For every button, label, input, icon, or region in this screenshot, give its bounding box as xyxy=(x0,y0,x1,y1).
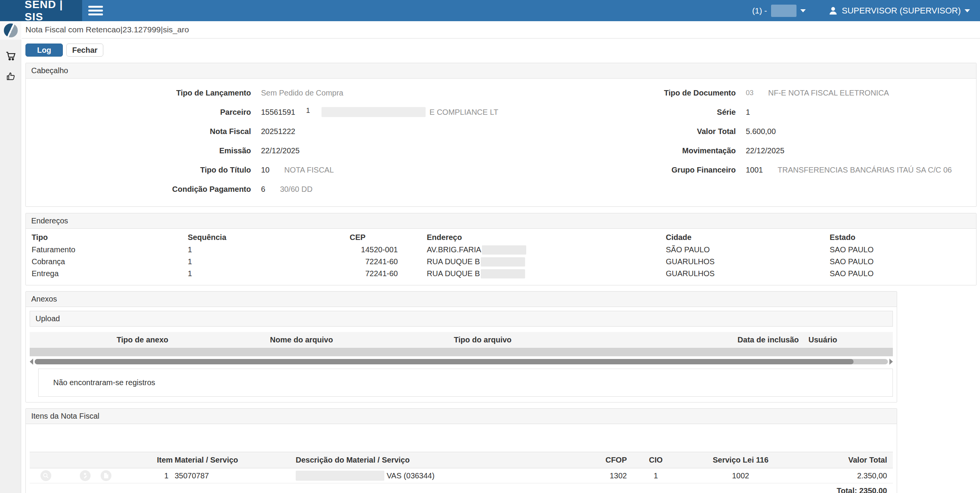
anexos-empty-message: Não encontraram-se registros xyxy=(38,369,893,397)
item-actions xyxy=(30,470,157,481)
field-label: Valor Total xyxy=(501,127,746,136)
field-tipo-documento: Tipo de Documento 03 NF-E NOTA FISCAL EL… xyxy=(501,83,977,102)
cell-sequencia: 1 xyxy=(188,269,344,278)
tax-rule-button[interactable] xyxy=(80,470,91,481)
field-condicao-pagamento: Condição Pagamento 6 30/60 DD xyxy=(26,179,501,199)
field-grupo-financeiro: Grupo Financeiro 1001 TRANSFERENCIAS BAN… xyxy=(501,160,977,179)
redacted-descricao xyxy=(296,471,384,481)
cell-endereco-text: RUA DUQUE B xyxy=(427,269,480,278)
cell-cidade: GUARULHOS xyxy=(637,257,801,266)
user-menu[interactable]: SUPERVISOR (SUPERVISOR) xyxy=(828,6,970,16)
cell-endereco: AV.BRIG.FARIA xyxy=(398,245,637,255)
cell-tipo: Cobrança xyxy=(26,257,188,266)
cell-descricao-suffix: VAS (036344) xyxy=(387,471,434,480)
cell-endereco-text: RUA DUQUE B xyxy=(427,257,480,266)
env-caret-down-icon[interactable] xyxy=(800,9,806,12)
field-label: Emissão xyxy=(26,146,261,155)
field-value-muted: TRANSFERENCIAS BANCÁRIAS ITAÚ SA C/C 06 xyxy=(778,166,952,174)
sidebar-item-approve[interactable] xyxy=(0,71,21,81)
cart-icon xyxy=(5,50,16,61)
anexos-table: Tipo de anexo Nome do arquivo Tipo do ar… xyxy=(30,332,893,397)
col-header-cio: CIO xyxy=(627,456,685,464)
col-header-material: Material / Serviço xyxy=(168,456,296,464)
field-label: Nota Fiscal xyxy=(26,127,261,136)
field-value-muted: NOTA FISCAL xyxy=(284,166,334,174)
send-logo-icon xyxy=(4,23,18,37)
cell-servico-lei: 1002 xyxy=(685,471,796,480)
sidebar-item-cart[interactable] xyxy=(0,50,21,61)
field-code: 6 xyxy=(261,185,265,194)
scrollbar-thumb[interactable] xyxy=(35,359,854,364)
endereco-row-faturamento: Faturamento 1 14520-001 AV.BRIG.FARIA SÃ… xyxy=(26,244,976,256)
enderecos-header-row: Tipo Sequência CEP Endereço Cidade Estad… xyxy=(26,231,976,244)
action-toolbar: Log Fechar xyxy=(22,39,980,57)
col-header-valor-total: Valor Total xyxy=(796,456,893,464)
field-code-secondary: 1 xyxy=(306,107,310,115)
cell-valor-total: 2.350,00 xyxy=(796,471,893,480)
upload-section-toggle[interactable]: Upload xyxy=(30,311,893,327)
top-navbar: SEND | SIS (1) - SUPERVISOR (SUPERVISOR) xyxy=(0,0,980,21)
field-value-muted: 30/60 DD xyxy=(280,185,313,194)
field-parceiro: Parceiro 15561591 1 E COMPLIANCE LT xyxy=(26,102,501,122)
field-value-muted: E COMPLIANCE LT xyxy=(429,108,498,117)
cell-material: 35070787 xyxy=(168,471,296,480)
itens-panel: Itens da Nota Fiscal Item Material / Ser… xyxy=(25,408,897,493)
cell-item: 1 xyxy=(157,471,168,480)
cell-sequencia: 1 xyxy=(188,245,344,254)
document-button[interactable] xyxy=(101,470,111,481)
enderecos-panel: Endereços Tipo Sequência CEP Endereço Ci… xyxy=(25,213,977,285)
scroll-left-arrow-icon[interactable] xyxy=(30,359,33,365)
redacted-parceiro-name xyxy=(322,107,426,117)
scroll-right-arrow-icon[interactable] xyxy=(889,359,893,365)
field-label: Grupo Financeiro xyxy=(501,166,746,174)
anexos-horizontal-scrollbar[interactable] xyxy=(30,359,893,365)
col-header-usuario: Usuário xyxy=(808,335,893,344)
cell-cio: 1 xyxy=(627,471,685,480)
menu-hamburger-icon[interactable] xyxy=(88,4,103,17)
env-prefix: (1) - xyxy=(752,6,767,15)
fechar-button[interactable]: Fechar xyxy=(66,44,103,57)
cell-cfop: 1302 xyxy=(577,471,627,480)
left-sidebar xyxy=(0,21,21,493)
field-label: Tipo do Título xyxy=(26,166,261,174)
log-button[interactable]: Log xyxy=(25,44,63,57)
endereco-row-cobranca: Cobrança 1 72241-60 RUA DUQUE B GUARULHO… xyxy=(26,256,976,268)
field-code: 1001 xyxy=(746,166,763,174)
cell-tipo: Entrega xyxy=(26,269,188,278)
col-header-data-inclusao: Data de inclusão xyxy=(618,335,808,344)
scrollbar-track[interactable] xyxy=(35,359,888,364)
item-row: 1 35070787 VAS (036344) 1302 1 1002 2.35… xyxy=(30,468,893,483)
field-code: 20251222 xyxy=(261,127,295,136)
cell-cidade: GUARULHOS xyxy=(637,269,801,278)
col-header-tipo-anexo: Tipo de anexo xyxy=(30,335,255,344)
cell-estado: SAO PAULO xyxy=(801,245,976,254)
env-selector-redacted[interactable] xyxy=(771,5,796,17)
cell-cep: 72241-60 xyxy=(344,257,398,266)
redacted-endereco xyxy=(481,269,525,278)
cell-sequencia: 1 xyxy=(188,257,344,266)
col-header-tipo-arquivo: Tipo do arquivo xyxy=(348,335,618,344)
view-item-button[interactable] xyxy=(40,470,51,481)
field-code: 5.600,00 xyxy=(746,127,776,136)
field-value-muted: Sem Pedido de Compra xyxy=(261,89,343,97)
field-code: 03 xyxy=(746,89,754,97)
field-value-muted: NF-E NOTA FISCAL ELETRONICA xyxy=(768,89,889,97)
main-content: Nota Fiscal com Retencao|23.127999|sis_a… xyxy=(22,21,980,493)
col-header-cfop: CFOP xyxy=(577,456,627,464)
field-nota-fiscal: Nota Fiscal 20251222 xyxy=(26,122,501,141)
cell-cep: 72241-60 xyxy=(344,269,398,278)
itens-header-row: Item Material / Serviço Descrição do Mat… xyxy=(30,452,893,468)
field-code: 10 xyxy=(261,166,269,174)
col-header-cep: CEP xyxy=(344,233,398,242)
cabecalho-body: Tipo de Lançamento Sem Pedido de Compra … xyxy=(26,79,976,206)
cell-estado: SAO PAULO xyxy=(801,269,976,278)
redacted-endereco xyxy=(482,245,526,255)
cabecalho-header: Cabeçalho xyxy=(26,63,976,79)
itens-toolbar-space xyxy=(30,428,893,452)
field-code: 22/12/2025 xyxy=(261,146,300,155)
redacted-endereco xyxy=(481,257,525,267)
document-icon xyxy=(103,473,109,479)
field-code: 22/12/2025 xyxy=(746,146,785,155)
field-label: Tipo de Documento xyxy=(501,89,746,97)
cabecalho-right-column: Tipo de Documento 03 NF-E NOTA FISCAL EL… xyxy=(501,83,977,199)
